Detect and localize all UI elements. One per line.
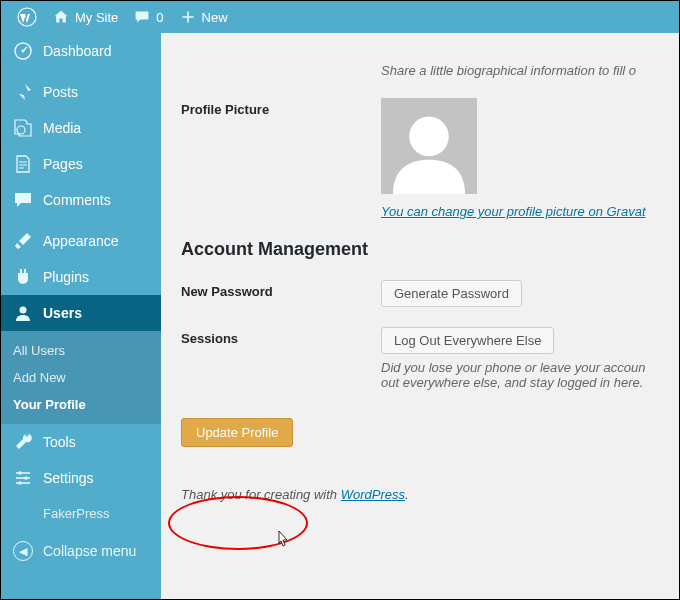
menu-tools[interactable]: Tools <box>1 424 161 460</box>
update-profile-button[interactable]: Update Profile <box>181 418 293 447</box>
wp-logo[interactable] <box>9 7 45 27</box>
gravatar-link[interactable]: You can change your profile picture on G… <box>381 204 646 219</box>
submenu-add-new[interactable]: Add New <box>1 364 161 391</box>
menu-label: Users <box>43 305 82 321</box>
page-icon <box>13 154 33 174</box>
svg-point-3 <box>20 307 27 314</box>
comments-count: 0 <box>156 10 163 25</box>
comments-link[interactable]: 0 <box>126 9 171 25</box>
dashboard-icon <box>13 41 33 61</box>
footer-credit: Thank you for creating with WordPress. <box>181 487 659 502</box>
menu-label: Appearance <box>43 233 119 249</box>
site-link[interactable]: My Site <box>45 9 126 25</box>
sessions-description: Did you lose your phone or leave your ac… <box>381 360 659 390</box>
comment-icon <box>134 9 150 25</box>
comment-icon <box>13 190 33 210</box>
menu-comments[interactable]: Comments <box>1 182 161 218</box>
wordpress-link[interactable]: WordPress <box>341 487 405 502</box>
sessions-label: Sessions <box>181 327 381 390</box>
profile-picture-label: Profile Picture <box>181 98 381 219</box>
submenu-your-profile[interactable]: Your Profile <box>1 391 161 418</box>
menu-label: Plugins <box>43 269 89 285</box>
submenu-fakerpress[interactable]: FakerPress <box>1 500 161 527</box>
svg-point-2 <box>22 50 25 53</box>
brush-icon <box>13 231 33 251</box>
svg-point-6 <box>18 481 22 485</box>
collapse-label: Collapse menu <box>43 543 136 559</box>
pin-icon <box>13 82 33 102</box>
menu-users[interactable]: Users <box>1 295 161 331</box>
menu-label: Comments <box>43 192 111 208</box>
plus-icon <box>180 9 196 25</box>
menu-plugins[interactable]: Plugins <box>1 259 161 295</box>
annotation-ellipse <box>168 496 308 550</box>
new-label: New <box>202 10 228 25</box>
new-content[interactable]: New <box>172 9 236 25</box>
menu-dashboard[interactable]: Dashboard <box>1 33 161 69</box>
submenu-all-users[interactable]: All Users <box>1 337 161 364</box>
menu-label: Settings <box>43 470 94 486</box>
admin-toolbar: My Site 0 New <box>1 1 679 33</box>
plugin-icon <box>13 267 33 287</box>
menu-appearance[interactable]: Appearance <box>1 223 161 259</box>
submenu-users: All Users Add New Your Profile <box>1 331 161 424</box>
menu-label: Posts <box>43 84 78 100</box>
cursor-pointer-icon <box>274 530 292 552</box>
collapse-icon: ◀ <box>13 541 33 561</box>
wordpress-icon <box>17 7 37 27</box>
generate-password-button[interactable]: Generate Password <box>381 280 522 307</box>
user-icon <box>13 303 33 323</box>
wrench-icon <box>13 432 33 452</box>
sliders-icon <box>13 468 33 488</box>
main-content: Share a little biographical information … <box>161 33 679 600</box>
collapse-menu[interactable]: ◀ Collapse menu <box>1 531 161 571</box>
menu-label: Tools <box>43 434 76 450</box>
menu-settings[interactable]: Settings <box>1 460 161 496</box>
home-icon <box>53 9 69 25</box>
media-icon <box>13 118 33 138</box>
bio-description: Share a little biographical information … <box>381 63 659 78</box>
menu-media[interactable]: Media <box>1 110 161 146</box>
account-management-heading: Account Management <box>181 239 659 260</box>
admin-sidebar: Dashboard Posts Media Pages Comments App… <box>1 33 161 600</box>
menu-posts[interactable]: Posts <box>1 74 161 110</box>
avatar <box>381 98 477 194</box>
site-name: My Site <box>75 10 118 25</box>
menu-label: Pages <box>43 156 83 172</box>
menu-label: Dashboard <box>43 43 112 59</box>
submenu-settings: FakerPress <box>1 496 161 531</box>
svg-point-7 <box>409 117 449 157</box>
logout-everywhere-button[interactable]: Log Out Everywhere Else <box>381 327 554 354</box>
menu-label: Media <box>43 120 81 136</box>
svg-point-4 <box>18 471 22 475</box>
avatar-placeholder-icon <box>384 104 474 194</box>
svg-point-5 <box>24 476 28 480</box>
new-password-label: New Password <box>181 280 381 307</box>
menu-pages[interactable]: Pages <box>1 146 161 182</box>
